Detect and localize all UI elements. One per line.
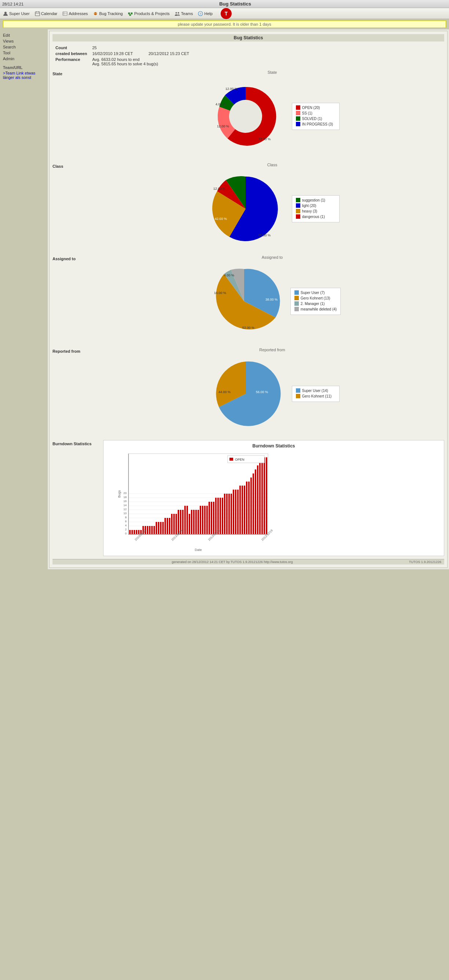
sidebar-item-views[interactable]: Views [2, 38, 46, 44]
navbar: Super User Calendar Addresses Bug Tracki… [0, 8, 449, 19]
class-chart-section: Class Class [53, 162, 444, 249]
svg-rect-5 [63, 12, 67, 16]
user-icon [3, 11, 8, 16]
svg-text:42.00 %: 42.00 % [215, 217, 227, 221]
reported-chart-section: Reported from Reported from 56.00 % 44.0… [53, 348, 444, 434]
svg-point-9 [94, 13, 95, 14]
nav-bugtracking[interactable]: Bug Tracking [93, 11, 123, 16]
svg-point-14 [175, 12, 177, 14]
sidebar-team-link[interactable]: >Team Link etwas länger als sonst [2, 70, 46, 80]
teams-icon [175, 11, 180, 16]
state-chart-area: State [100, 70, 444, 157]
nav-teams[interactable]: Teams [175, 11, 193, 16]
svg-rect-76 [175, 514, 177, 534]
nav-superuser[interactable]: Super User [3, 11, 30, 16]
state-label: State [53, 70, 100, 76]
reported-chart-area: Reported from 56.00 % 44.00 % [100, 348, 444, 434]
svg-rect-92 [211, 502, 212, 534]
svg-rect-83 [191, 510, 193, 534]
svg-rect-105 [239, 485, 241, 534]
assigned-legend-gero: Gero Kohnert (13) [295, 296, 337, 300]
reported-chart-with-legend: 56.00 % 44.00 % Super User (14) Gero Koh… [205, 353, 339, 434]
sidebar-item-search[interactable]: Search [2, 44, 46, 50]
svg-text:12.00 %: 12.00 % [225, 87, 237, 91]
assigned-legend: Super User (7) Gero Kohnert (13) 2. Mana… [290, 288, 341, 315]
svg-rect-114 [259, 461, 261, 534]
svg-rect-88 [202, 506, 204, 534]
svg-rect-85 [195, 510, 197, 534]
burndown-chart-title: Burndown Statistics [107, 443, 441, 449]
state-chart-with-legend: 72.00 % 12.00 % 4.00 % 12.00 % OPEN (20) [205, 76, 339, 157]
warning-bar: please update your password. It is older… [3, 21, 446, 28]
superuser-color [295, 290, 299, 295]
svg-rect-116 [264, 457, 265, 534]
nav-help[interactable]: ? Help [198, 11, 213, 16]
nav-calendar[interactable]: Calendar [35, 11, 57, 16]
sidebar-item-tool[interactable]: Tool [2, 50, 46, 56]
stats-container: Bug Statistics Count 25 created between … [49, 31, 447, 568]
svg-point-15 [178, 12, 179, 14]
svg-rect-72 [167, 518, 168, 534]
state-solved-color [296, 116, 300, 121]
svg-text:4.00 %: 4.00 % [224, 274, 234, 277]
svg-rect-100 [228, 494, 230, 534]
svg-text:18: 18 [123, 495, 127, 499]
reported-pie-chart: 56.00 % 44.00 % [205, 353, 286, 434]
svg-rect-74 [171, 514, 172, 534]
page-title: Bug Statistics [219, 1, 251, 6]
svg-rect-57 [134, 530, 135, 534]
svg-rect-94 [215, 498, 217, 534]
class-chart-with-legend: 80.00 % 42.00 % 12.00 % suggestion (1) [205, 169, 339, 249]
products-icon [128, 11, 133, 16]
gero-color [295, 296, 299, 300]
svg-rect-64 [149, 526, 151, 534]
footer-text: generated on 28/12/2012 14:21 CET by TUT… [172, 560, 293, 564]
address-icon [62, 11, 68, 16]
class-chart-title: Class [267, 162, 277, 167]
svg-text:12: 12 [123, 508, 127, 511]
perf-label: Performance [53, 57, 89, 67]
svg-text:?: ? [200, 12, 202, 16]
svg-rect-96 [220, 498, 221, 534]
svg-rect-126 [229, 458, 233, 461]
deleted-color [295, 307, 299, 311]
svg-rect-90 [206, 506, 208, 534]
state-legend-inprogress: IN PROGRESS (3) [296, 122, 336, 126]
svg-text:8: 8 [125, 516, 127, 519]
svg-rect-115 [261, 457, 263, 534]
help-icon: ? [198, 11, 203, 16]
svg-rect-68 [158, 522, 159, 534]
state-legend-ss: SS (1) [296, 111, 336, 115]
svg-point-8 [94, 12, 97, 15]
count-value: 25 [90, 45, 191, 50]
svg-rect-89 [204, 506, 205, 534]
burndown-label: Burndown Statistics [53, 440, 100, 556]
sidebar-item-edit[interactable]: Edit [2, 32, 46, 38]
manager-color [295, 301, 299, 306]
sidebar-item-admin[interactable]: Admin [2, 56, 46, 62]
svg-text:12.00 %: 12.00 % [217, 124, 229, 128]
nav-products[interactable]: Products & Projects [128, 11, 170, 16]
svg-rect-1 [35, 12, 40, 16]
class-legend-dangerous: dangerous (1) [296, 214, 336, 219]
svg-text:52.00 %: 52.00 % [242, 326, 255, 329]
svg-text:72.00 %: 72.00 % [258, 137, 271, 141]
svg-rect-75 [173, 514, 175, 534]
assigned-chart-title: Assigned to [262, 255, 283, 259]
svg-text:Bugs: Bugs [118, 490, 121, 498]
reported-legend: Super User (14) Gero Kohnert (11) [292, 386, 339, 402]
assigned-pie-chart: 38.00 % 52.00 % 16.00 % 4.00 % [204, 261, 285, 342]
assigned-label: Assigned to [53, 255, 100, 261]
footer-bar: generated on 28/12/2012 14:21 CET by TUT… [53, 559, 444, 565]
count-label: Count [53, 45, 89, 50]
svg-rect-67 [156, 522, 157, 534]
svg-rect-55 [129, 530, 131, 534]
svg-rect-82 [189, 514, 190, 534]
content-area: Bug Statistics Count 25 created between … [48, 29, 449, 569]
svg-rect-113 [257, 465, 258, 534]
svg-rect-101 [231, 494, 232, 534]
nav-addresses[interactable]: Addresses [62, 11, 88, 16]
svg-rect-12 [131, 13, 132, 14]
state-chart-title: State [267, 70, 277, 75]
assigned-legend-manager: 2. Manager (1) [295, 301, 337, 306]
